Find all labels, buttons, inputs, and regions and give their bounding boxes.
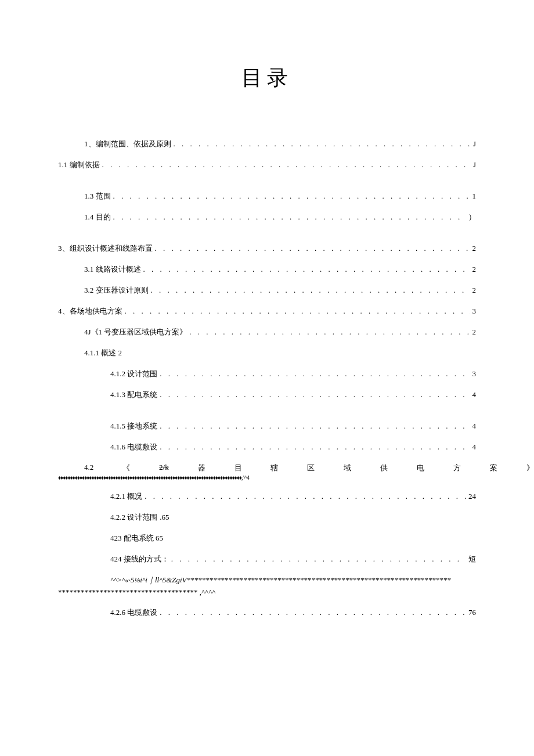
toc-dots: . . . . . . . . . . . . . . . . . . . . … <box>143 265 470 274</box>
toc-frag: 》 <box>526 463 534 473</box>
toc-label: 4J《1 号变压器区域供电方案》 <box>84 327 187 337</box>
toc-dots: . . . . . . . . . . . . . . . . . . . . … <box>160 608 466 617</box>
toc-entry: 4.1.2 设计范围 . . . . . . . . . . . . . . .… <box>58 369 476 379</box>
toc-page: 4 <box>472 390 477 399</box>
toc-label: 3.2 变压器设计原则 <box>84 285 149 296</box>
toc-label: 4.1.5 接地系统 <box>110 421 157 431</box>
toc-frag: 供 <box>380 463 388 473</box>
toc-page: .65 <box>160 513 169 522</box>
toc-page: 短 <box>468 554 476 564</box>
toc-label: 1.3 范围 <box>84 191 111 201</box>
toc-dots: . . . . . . . . . . . . . . . . . . . . … <box>171 555 466 564</box>
toc-frag: 电 <box>417 463 424 473</box>
toc-entry: 424 接线的方式： . . . . . . . . . . . . . . .… <box>58 554 476 564</box>
toc-entry: 3、组织设计概述和线路布置 . . . . . . . . . . . . . … <box>58 243 476 254</box>
toc-label: 4.2.6 电缆敷设 <box>110 607 157 618</box>
toc-frag: 案 <box>490 463 497 473</box>
toc-garbled-line: ^^>^«·5⅛i^i｜ll^5&ZgiV*******************… <box>58 575 476 585</box>
toc-entry: 4.1.1 概述 2 <box>58 348 476 358</box>
toc-entry: 4.1.6 电缆敷设 . . . . . . . . . . . . . . .… <box>58 442 476 452</box>
toc-dots: . . . . . . . . . . . . . . . . . . . . … <box>155 244 470 253</box>
toc-entry: 4J《1 号变压器区域供电方案》 . . . . . . . . . . . .… <box>58 327 476 337</box>
toc-frag: 域 <box>344 463 351 473</box>
toc-dots: . . . . . . . . . . . . . . . . . . . . … <box>160 422 470 431</box>
toc-page: 76 <box>468 608 476 617</box>
toc-dots: . . . . . . . . . . . . . . . . . . . . … <box>160 442 470 452</box>
toc-frag: 区 <box>307 463 315 473</box>
toc-page: 4 <box>472 422 477 431</box>
toc-dots: . . . . . . . . . . . . . . . . . . . . … <box>160 369 470 379</box>
toc-entry: 4.2.2 设计范围 .65 <box>58 512 476 523</box>
toc-frag: 器 <box>198 463 205 473</box>
toc-entry: 4.1.3 配电系统 . . . . . . . . . . . . . . .… <box>58 390 476 400</box>
toc-entry: 1.1 编制依据 . . . . . . . . . . . . . . . .… <box>58 160 476 170</box>
toc-frag: 方 <box>453 463 461 473</box>
toc-dots: . . . . . . . . . . . . . . . . . . . . … <box>160 390 470 399</box>
toc-entry: 4.1.5 接地系统 . . . . . . . . . . . . . . .… <box>58 421 476 431</box>
toc-page: J <box>473 160 476 170</box>
toc-label: 1.1 编制依据 <box>58 160 100 170</box>
toc-entry: 3.2 变压器设计原则 . . . . . . . . . . . . . . … <box>58 285 476 296</box>
toc-entry: 1、编制范围、依据及原则 . . . . . . . . . . . . . .… <box>58 139 476 149</box>
toc-frag: 目 <box>234 463 242 473</box>
toc-dots: . . . . . . . . . . . . . . . . . . . . … <box>189 327 470 337</box>
toc-label: 4.1.1 概述 2 <box>84 348 122 358</box>
toc-frag: 辖 <box>270 463 278 473</box>
toc-label: 1、编制范围、依据及原则 <box>84 139 171 149</box>
toc-dots: . . . . . . . . . . . . . . . . . . . . … <box>174 139 471 149</box>
toc-frag: 《 <box>122 463 130 473</box>
toc-label: 424 接线的方式： <box>110 554 169 564</box>
toc-diamond-line: ♦♦♦♦♦♦♦♦♦♦♦♦♦♦♦♦♦♦♦♦♦♦♦♦♦♦♦♦♦♦♦♦♦♦♦♦♦♦♦♦… <box>58 474 476 481</box>
toc-dots: . . . . . . . . . . . . . . . . . . . . … <box>125 307 470 316</box>
toc-entry: 4.2.1 概况 . . . . . . . . . . . . . . . .… <box>58 491 476 502</box>
toc-entry: 4.2.6 电缆敷设 . . . . . . . . . . . . . . .… <box>58 607 476 618</box>
toc-page: 3 <box>472 369 477 379</box>
toc-page: 1 <box>472 192 477 201</box>
toc-label: 4.1.6 电缆敷设 <box>110 442 157 452</box>
toc-page: 2 <box>472 244 477 253</box>
toc-entry: 1.3 范围 . . . . . . . . . . . . . . . . .… <box>58 191 476 201</box>
toc-entry: 3.1 线路设计概述 . . . . . . . . . . . . . . .… <box>58 264 476 275</box>
toc-label: 4.2.2 设计范围 <box>110 512 157 523</box>
toc-label: 1.4 目的 <box>84 212 111 222</box>
toc-dots: . . . . . . . . . . . . . . . . . . . . … <box>151 286 470 295</box>
toc-entry: 423 配电系统 65 <box>58 533 476 543</box>
toc-page: 4 <box>472 442 477 452</box>
page-title: 目录 <box>58 64 476 92</box>
toc-page: J <box>473 139 476 149</box>
toc-page: 2 <box>472 265 477 274</box>
toc-label: 4.2.1 概况 <box>110 491 142 502</box>
toc-label: 4.1.3 配电系统 <box>110 390 157 400</box>
toc-page: 2 <box>472 286 477 295</box>
toc-entry: 4、各场地供电方案 . . . . . . . . . . . . . . . … <box>58 306 476 316</box>
toc-label: 423 配电系统 65 <box>110 533 163 543</box>
toc-page: 3 <box>472 307 477 316</box>
toc-label: 4、各场地供电方案 <box>58 306 122 316</box>
toc-page: 24 <box>468 492 476 501</box>
toc-label: 3、组织设计概述和线路布置 <box>58 243 153 254</box>
toc-dots: . . . . . . . . . . . . . . . . . . . . … <box>113 213 467 222</box>
toc-label: 4.1.2 设计范围 <box>110 369 157 379</box>
toc-entry: 1.4 目的 . . . . . . . . . . . . . . . . .… <box>58 212 476 222</box>
toc-dots: . . . . . . . . . . . . . . . . . . . . … <box>113 192 470 201</box>
toc-frag: 2/k <box>159 463 169 473</box>
toc-dots: . . . . . . . . . . . . . . . . . . . . … <box>102 160 471 170</box>
toc-entry-spread: 4.2 《 2/k 器 目 辖 区 域 供 电 方 案 》 <box>58 463 534 473</box>
toc-frag: 4.2 <box>84 463 93 473</box>
toc-page: 2 <box>472 327 477 337</box>
toc-label: 3.1 线路设计概述 <box>84 264 141 275</box>
toc-dots: . . . . . . . . . . . . . . . . . . . . … <box>145 492 466 501</box>
toc-garbled-line: ************************************* ,^… <box>58 588 476 597</box>
toc-page: ） <box>468 212 476 222</box>
